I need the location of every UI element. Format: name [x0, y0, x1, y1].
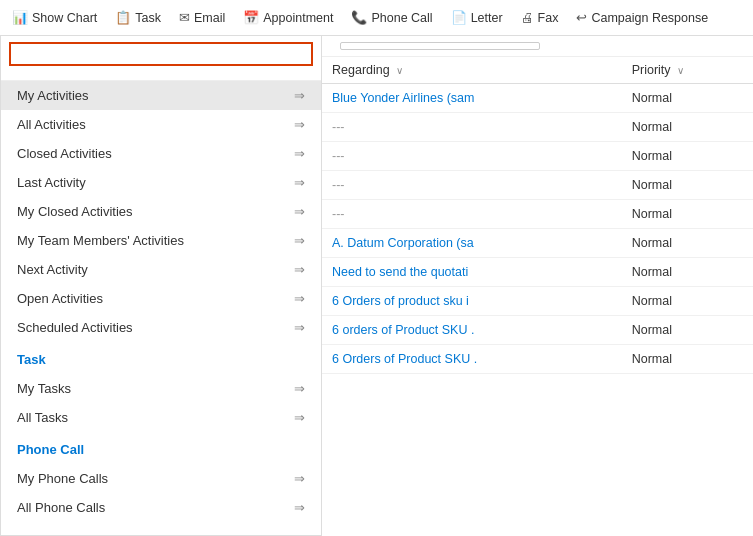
menu-item-label: My Closed Activities: [17, 204, 133, 219]
menu-item-last-activity[interactable]: Last Activity⇒: [1, 168, 321, 197]
table-row: A. Datum Corporation (saNormal: [322, 229, 753, 258]
fax-label: Fax: [538, 11, 559, 25]
col-regarding[interactable]: Regarding ∨: [322, 57, 622, 84]
cell-regarding-5[interactable]: A. Datum Corporation (sa: [322, 229, 622, 258]
cell-regarding-8[interactable]: 6 orders of Product SKU .: [322, 316, 622, 345]
task-label: Task: [135, 11, 161, 25]
filter-bar: [322, 36, 753, 57]
cell-priority-0: Normal: [622, 84, 753, 113]
pin-icon[interactable]: ⇒: [294, 262, 305, 277]
menu-item-my-team-members-activities[interactable]: My Team Members' Activities⇒: [1, 226, 321, 255]
table-row: ---Normal: [322, 113, 753, 142]
letter-label: Letter: [471, 11, 503, 25]
email-label: Email: [194, 11, 225, 25]
cell-regarding-0[interactable]: Blue Yonder Airlines (sam: [322, 84, 622, 113]
activity-menu-list: My Activities⇒All Activities⇒Closed Acti…: [1, 81, 321, 535]
menu-item-all-activities[interactable]: All Activities⇒: [1, 110, 321, 139]
cell-priority-3: Normal: [622, 171, 753, 200]
menu-item-label: My Phone Calls: [17, 471, 108, 486]
menu-section-phone-call: Phone Call: [1, 432, 321, 464]
table-row: ---Normal: [322, 171, 753, 200]
toolbar: 📊Show Chart📋Task✉Email📅Appointment📞Phone…: [0, 0, 753, 36]
menu-item-label: Open Activities: [17, 291, 103, 306]
content-area: Regarding ∨ Priority ∨ Blue Yonder Airli…: [322, 36, 753, 374]
cell-priority-1: Normal: [622, 113, 753, 142]
menu-item-all-phone-calls[interactable]: All Phone Calls⇒: [1, 493, 321, 522]
menu-item-label: All Phone Calls: [17, 500, 105, 515]
fax-button[interactable]: 🖨Fax: [513, 6, 567, 29]
sort-icon-priority: ∨: [677, 65, 684, 76]
show-chart-button[interactable]: 📊Show Chart: [4, 6, 105, 29]
menu-item-label: Next Activity: [17, 262, 88, 277]
menu-item-next-activity[interactable]: Next Activity⇒: [1, 255, 321, 284]
table-row: 6 orders of Product SKU .Normal: [322, 316, 753, 345]
pin-icon[interactable]: ⇒: [294, 500, 305, 515]
cell-priority-6: Normal: [622, 258, 753, 287]
campaign-response-label: Campaign Response: [591, 11, 708, 25]
pin-icon[interactable]: ⇒: [294, 471, 305, 486]
menu-item-my-closed-activities[interactable]: My Closed Activities⇒: [1, 197, 321, 226]
pin-icon[interactable]: ⇒: [294, 381, 305, 396]
cell-priority-8: Normal: [622, 316, 753, 345]
menu-item-my-tasks[interactable]: My Tasks⇒: [1, 374, 321, 403]
menu-section-task: Task: [1, 342, 321, 374]
menu-item-label: Last Activity: [17, 175, 86, 190]
cell-regarding-9[interactable]: 6 Orders of Product SKU .: [322, 345, 622, 374]
pin-icon[interactable]: ⇒: [294, 88, 305, 103]
cell-regarding-2: ---: [322, 142, 622, 171]
dropdown-panel: My Activities⇒All Activities⇒Closed Acti…: [0, 36, 322, 536]
task-icon: 📋: [115, 10, 131, 25]
table-row: 6 Orders of product sku iNormal: [322, 287, 753, 316]
show-chart-label: Show Chart: [32, 11, 97, 25]
menu-item-open-activities[interactable]: Open Activities⇒: [1, 284, 321, 313]
show-chart-icon: 📊: [12, 10, 28, 25]
phone-call-button[interactable]: 📞Phone Call: [343, 6, 440, 29]
menu-item-all-tasks[interactable]: All Tasks⇒: [1, 403, 321, 432]
task-button[interactable]: 📋Task: [107, 6, 169, 29]
menu-item-label: All Activities: [17, 117, 86, 132]
pin-icon[interactable]: ⇒: [294, 117, 305, 132]
pin-icon[interactable]: ⇒: [294, 204, 305, 219]
cell-priority-4: Normal: [622, 200, 753, 229]
phone-call-icon: 📞: [351, 10, 367, 25]
cell-priority-2: Normal: [622, 142, 753, 171]
email-icon: ✉: [179, 10, 190, 25]
sort-icon-regarding: ∨: [396, 65, 403, 76]
menu-item-label: My Activities: [17, 88, 89, 103]
pin-icon[interactable]: ⇒: [294, 233, 305, 248]
menu-item-my-activities[interactable]: My Activities⇒: [1, 81, 321, 110]
appointment-icon: 📅: [243, 10, 259, 25]
pin-icon[interactable]: ⇒: [294, 291, 305, 306]
menu-item-my-phone-calls[interactable]: My Phone Calls⇒: [1, 464, 321, 493]
my-activities-dropdown[interactable]: [9, 42, 313, 66]
cell-regarding-4: ---: [322, 200, 622, 229]
table-body: Blue Yonder Airlines (samNormal---Normal…: [322, 84, 753, 374]
pin-icon[interactable]: ⇒: [294, 410, 305, 425]
appointment-button[interactable]: 📅Appointment: [235, 6, 341, 29]
phone-call-label: Phone Call: [371, 11, 432, 25]
type-filter-dropdown[interactable]: [340, 42, 540, 50]
campaign-response-icon: ↩: [576, 10, 587, 25]
appointment-label: Appointment: [263, 11, 333, 25]
col-priority[interactable]: Priority ∨: [622, 57, 753, 84]
table-row: 6 Orders of Product SKU .Normal: [322, 345, 753, 374]
table-row: ---Normal: [322, 200, 753, 229]
fax-icon: 🖨: [521, 10, 534, 25]
letter-button[interactable]: 📄Letter: [443, 6, 511, 29]
pin-icon[interactable]: ⇒: [294, 175, 305, 190]
cell-regarding-6[interactable]: Need to send the quotati: [322, 258, 622, 287]
pin-icon[interactable]: ⇒: [294, 146, 305, 161]
menu-item-closed-activities[interactable]: Closed Activities⇒: [1, 139, 321, 168]
menu-item-label: My Tasks: [17, 381, 71, 396]
menu-item-label: My Team Members' Activities: [17, 233, 184, 248]
campaign-response-button[interactable]: ↩Campaign Response: [568, 6, 716, 29]
table-row: ---Normal: [322, 142, 753, 171]
menu-item-scheduled-activities[interactable]: Scheduled Activities⇒: [1, 313, 321, 342]
email-button[interactable]: ✉Email: [171, 6, 233, 29]
pin-icon[interactable]: ⇒: [294, 320, 305, 335]
menu-item-label: Closed Activities: [17, 146, 112, 161]
cell-priority-7: Normal: [622, 287, 753, 316]
cell-regarding-7[interactable]: 6 Orders of product sku i: [322, 287, 622, 316]
cell-regarding-3: ---: [322, 171, 622, 200]
cell-priority-5: Normal: [622, 229, 753, 258]
